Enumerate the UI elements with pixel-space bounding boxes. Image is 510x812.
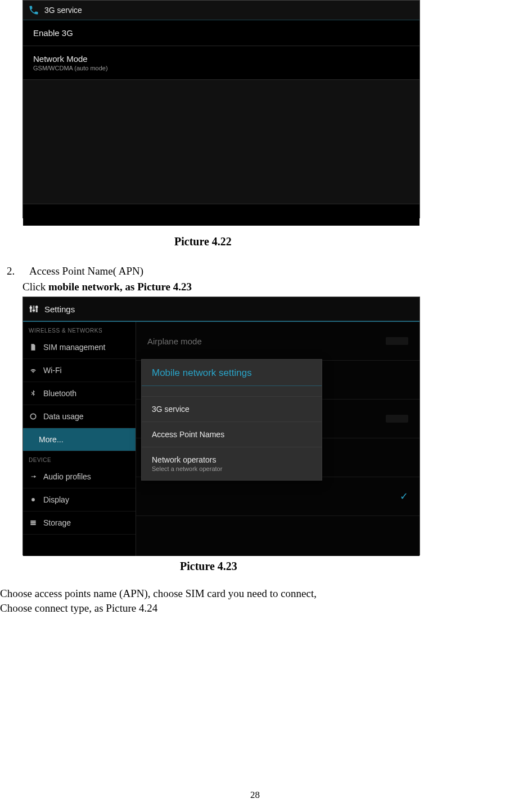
sidebar-item-sim[interactable]: SIM management (23, 336, 136, 359)
sidebar-item-storage[interactable]: Storage (23, 512, 136, 535)
sidebar-item-display[interactable]: Display (23, 488, 136, 512)
caption-4-23: Picture 4.23 (180, 560, 510, 573)
list-number: 2. (7, 265, 19, 277)
sidebar-label: Wi-Fi (43, 366, 62, 375)
svg-rect-9 (30, 522, 35, 523)
toggle-icon[interactable] (386, 415, 408, 423)
list-text: Access Point Name( APN) (29, 265, 143, 277)
shot1-navbar (23, 204, 419, 226)
row-network-mode-label: Network Mode (33, 54, 409, 64)
svg-rect-8 (30, 521, 35, 522)
settings-sidebar: WIRELESS & NETWORKS SIM management Wi-Fi (23, 322, 136, 556)
dialog-option-label: 3G service (152, 405, 312, 414)
row-enable-3g[interactable]: Enable 3G (23, 20, 419, 46)
svg-rect-10 (30, 524, 35, 525)
sidebar-label: Data usage (43, 412, 84, 421)
shot1-title: 3G service (44, 6, 82, 15)
bluetooth-icon (29, 389, 38, 398)
dialog-option-sub: Select a network operator (152, 465, 312, 472)
sidebar-item-wifi[interactable]: Wi-Fi (23, 359, 136, 382)
mobile-network-settings-dialog: Mobile network settings 3G service Acces… (141, 359, 322, 481)
sidebar-label: More... (39, 435, 64, 444)
check-icon: ✓ (400, 490, 408, 503)
main-row-airplane[interactable]: Airplane mode (136, 322, 419, 361)
svg-rect-1 (33, 306, 35, 312)
sidebar-label: Display (43, 495, 69, 504)
list-item-2: 2. Access Point Name( APN) Click mobile … (0, 265, 510, 293)
sidebar-label: Storage (43, 518, 71, 527)
dialog-title: Mobile network settings (142, 360, 322, 386)
dialog-option-label: Network operators (152, 455, 312, 464)
svg-point-6 (30, 414, 35, 419)
svg-point-7 (31, 498, 35, 501)
toggle-icon[interactable] (386, 337, 408, 345)
click-bold: mobile network, as Picture 4.23 (48, 281, 192, 293)
svg-rect-3 (30, 307, 33, 308)
click-prefix: Click (22, 281, 48, 293)
page-number: 28 (0, 789, 510, 801)
phone-icon (28, 4, 40, 16)
click-instruction: Click mobile network, as Picture 4.23 (22, 281, 510, 293)
main-row-blank4: ✓ (136, 477, 419, 516)
sidebar-item-data-usage[interactable]: Data usage (23, 405, 136, 428)
settings-icon (29, 304, 39, 314)
airplane-label: Airplane mode (147, 337, 202, 346)
dialog-option-network-operators[interactable]: Network operators Select a network opera… (142, 447, 322, 480)
sidebar-cat-wireless: WIRELESS & NETWORKS (23, 322, 136, 336)
sidebar-cat-device: DEVICE (23, 451, 136, 465)
shot1-titlebar: 3G service (23, 1, 419, 20)
row-network-mode-sub: GSM/WCDMA (auto mode) (33, 65, 409, 71)
sidebar-label: SIM management (43, 343, 106, 352)
caption-4-22: Picture 4.22 (174, 235, 510, 248)
paragraph-apn-1: Choose access points name (APN), choose … (0, 587, 510, 600)
storage-icon (29, 518, 38, 527)
svg-rect-0 (30, 306, 31, 312)
wifi-icon (29, 366, 38, 375)
screenshot-settings: Settings WIRELESS & NETWORKS SIM managem… (22, 297, 420, 555)
screenshot-3g-service: 3G service Enable 3G Network Mode GSM/WC… (22, 0, 420, 218)
sidebar-label: Bluetooth (43, 389, 76, 398)
data-usage-icon (29, 412, 38, 421)
sim-icon (29, 343, 38, 352)
dialog-option-3g-service[interactable]: 3G service (142, 396, 322, 421)
svg-rect-5 (35, 307, 38, 308)
shot2-titlebar: Settings (23, 297, 419, 322)
display-icon (29, 495, 38, 504)
row-network-mode[interactable]: Network Mode GSM/WCDMA (auto mode) (23, 46, 419, 80)
audio-icon (29, 472, 38, 481)
shot2-title: Settings (44, 304, 75, 314)
sidebar-item-bluetooth[interactable]: Bluetooth (23, 382, 136, 405)
sidebar-item-more[interactable]: More... (23, 428, 136, 451)
dialog-option-apn[interactable]: Access Point Names (142, 421, 322, 447)
svg-rect-4 (33, 310, 35, 311)
row-enable-3g-label: Enable 3G (33, 28, 409, 38)
sidebar-item-audio[interactable]: Audio profiles (23, 465, 136, 488)
sidebar-label: Audio profiles (43, 472, 91, 481)
dialog-option-label: Access Point Names (152, 430, 312, 439)
shot1-fill (23, 80, 419, 204)
paragraph-apn-2: Choose connect type, as Picture 4.24 (0, 602, 510, 614)
